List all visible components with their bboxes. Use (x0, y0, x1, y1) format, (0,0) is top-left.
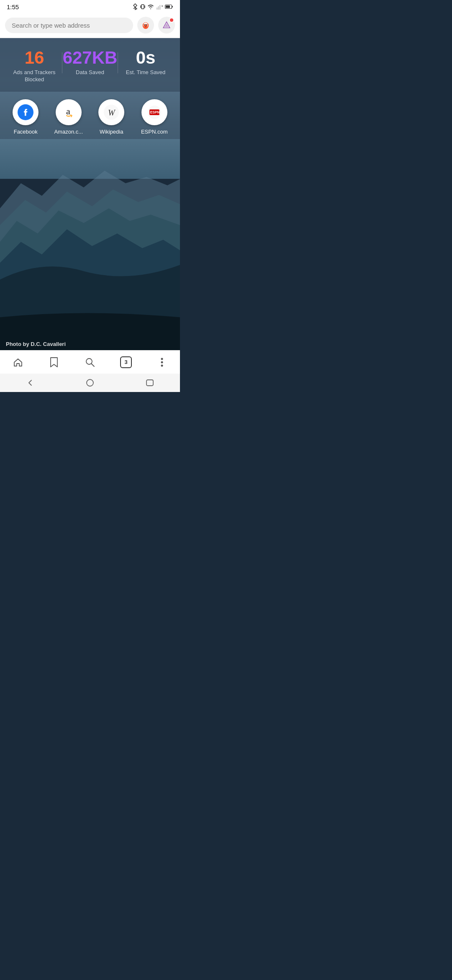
svg-point-27 (161, 358, 163, 360)
more-menu-icon (161, 357, 163, 367)
home-button[interactable] (0, 351, 36, 374)
vibrate-icon (140, 3, 145, 10)
svg-text:a: a (66, 106, 70, 116)
svg-point-29 (161, 364, 163, 366)
lion-icon (140, 20, 151, 31)
svg-point-14 (144, 24, 145, 26)
svg-rect-31 (146, 380, 153, 386)
top-sites-panel: Facebook a Amazon.c... W Wik (0, 92, 180, 139)
site-icon-wikipedia: W (98, 99, 124, 125)
time-saved-label: Est. Time Saved (118, 69, 173, 76)
back-icon (26, 379, 34, 387)
svg-rect-1 (141, 5, 144, 9)
site-item-espn[interactable]: ESPN ESPN.com (138, 99, 171, 135)
site-item-facebook[interactable]: Facebook (9, 99, 42, 135)
time-saved-value: 0s (118, 48, 173, 67)
status-icons: ✕ (132, 3, 173, 10)
svg-rect-5 (158, 6, 159, 10)
photo-credit-author: D.C. Cavalleri (31, 341, 66, 347)
site-icon-facebook (13, 99, 39, 125)
recents-icon (146, 379, 154, 386)
brave-rewards-button[interactable] (158, 17, 175, 34)
menu-button[interactable] (144, 351, 180, 374)
svg-point-30 (87, 379, 93, 386)
status-time: 1:55 (7, 3, 19, 10)
svg-text:✕: ✕ (161, 5, 163, 8)
site-label-espn: ESPN.com (141, 129, 168, 135)
recents-button[interactable] (141, 374, 159, 392)
wikipedia-logo: W (104, 105, 119, 120)
bookmark-icon (49, 357, 59, 368)
wifi-icon (147, 4, 154, 10)
home-system-button[interactable] (81, 374, 99, 392)
espn-logo: ESPN (145, 106, 164, 119)
ads-blocked-label: Ads and Trackers Blocked (7, 69, 62, 83)
site-label-facebook: Facebook (14, 129, 38, 135)
main-content: 16 Ads and Trackers Blocked 627KB Data S… (0, 38, 180, 351)
back-button[interactable] (21, 374, 39, 392)
search-input[interactable] (5, 18, 133, 33)
site-item-wikipedia[interactable]: W Wikipedia (95, 99, 128, 135)
tabs-count-badge: 3 (120, 356, 132, 368)
site-icon-espn: ESPN (141, 99, 167, 125)
amazon-logo: a (61, 104, 77, 120)
svg-rect-9 (166, 5, 170, 8)
bottom-navigation: 3 (0, 350, 180, 374)
svg-line-26 (92, 364, 95, 366)
data-saved-value: 627KB (62, 48, 118, 67)
data-saved-label: Data Saved (62, 69, 118, 76)
search-bar-container (0, 13, 180, 38)
ads-blocked-stat: 16 Ads and Trackers Blocked (7, 48, 62, 83)
home-system-icon (86, 379, 94, 387)
site-icon-amazon: a (56, 99, 82, 125)
svg-point-28 (161, 361, 163, 363)
status-bar: 1:55 ✕ (0, 0, 180, 13)
stats-panel: 16 Ads and Trackers Blocked 627KB Data S… (0, 38, 180, 92)
svg-point-15 (146, 24, 147, 26)
bookmark-button[interactable] (36, 351, 72, 374)
system-navigation (0, 374, 180, 392)
ads-blocked-value: 16 (7, 48, 62, 67)
svg-rect-6 (159, 5, 161, 10)
facebook-logo (18, 104, 33, 120)
photo-credit: Photo by D.C. Cavalleri (6, 341, 66, 347)
svg-text:W: W (108, 108, 116, 117)
svg-text:ESPN: ESPN (150, 111, 159, 114)
site-label-wikipedia: Wikipedia (100, 129, 123, 135)
search-button[interactable] (72, 351, 108, 374)
bluetooth-icon (132, 3, 138, 10)
svg-rect-4 (157, 8, 158, 10)
data-saved-stat: 627KB Data Saved (62, 48, 118, 76)
tabs-button[interactable]: 3 (108, 351, 144, 374)
brave-lion-button[interactable] (137, 17, 154, 34)
rewards-notification-dot (169, 18, 174, 23)
site-item-amazon[interactable]: a Amazon.c... (52, 99, 85, 135)
home-icon (13, 357, 23, 367)
time-saved-stat: 0s Est. Time Saved (118, 48, 173, 76)
signal-icon: ✕ (156, 4, 163, 10)
battery-icon (165, 4, 173, 9)
site-label-amazon: Amazon.c... (54, 129, 83, 135)
photo-credit-prefix: Photo by (6, 341, 31, 347)
search-icon (85, 357, 95, 367)
